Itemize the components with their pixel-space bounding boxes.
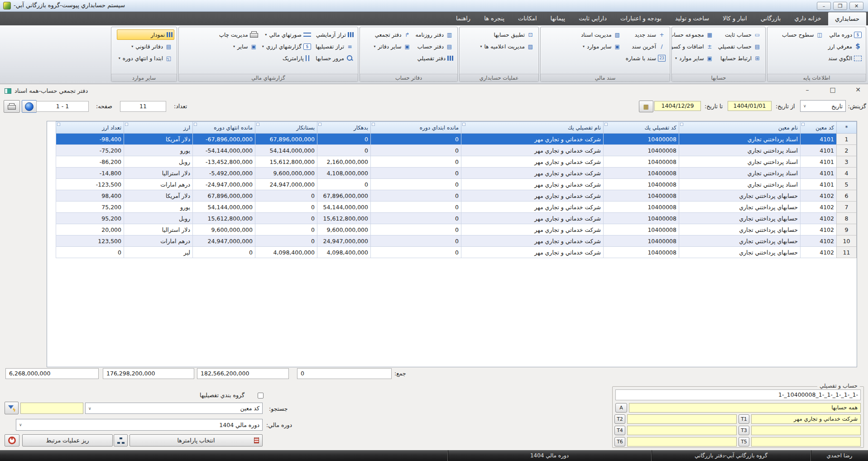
from-date-field[interactable]: 1404/01/01 (728, 101, 772, 111)
table-row[interactable]: 14101اسناد پرداختني تجاري10400008شركت خد… (56, 134, 857, 145)
account-a-field[interactable]: همه حسابها (629, 403, 861, 413)
ribbon-item[interactable]: ◫سطوح حساب (780, 29, 825, 40)
ribbon-item[interactable]: ▭حساب ثابت (716, 29, 763, 40)
table-cell[interactable]: 75,200 (56, 202, 124, 213)
table-cell[interactable]: -14,800 (56, 168, 124, 179)
table-cell[interactable]: 10400008 (604, 179, 679, 190)
table-cell[interactable]: 0 (371, 235, 461, 247)
ribbon-item[interactable]: ±اضافات و كسور (672, 41, 715, 52)
table-cell[interactable]: حسابهاي پرداختني تجاري (679, 247, 801, 258)
table-cell[interactable]: 4101 (801, 145, 837, 156)
ribbon-item[interactable]: صورتهاي مالي▾ (260, 29, 313, 40)
ribbon-item[interactable]: $گزارشهاي ارزي▾ (260, 41, 313, 52)
menu-tab[interactable]: دارايي ثابت (572, 12, 614, 25)
table-cell[interactable]: لير (124, 247, 193, 258)
table-cell[interactable]: شركت خدماتي و تجاري مهر (461, 213, 604, 224)
table-cell[interactable]: 2 (837, 145, 857, 156)
table-cell[interactable]: اسناد پرداختني تجاري (679, 156, 801, 168)
minimize-button[interactable]: – (817, 2, 831, 10)
table-cell[interactable]: يورو (124, 145, 193, 156)
account-t3-field[interactable] (751, 426, 861, 435)
ribbon-item[interactable]: +سند جديد (624, 29, 667, 40)
table-cell[interactable]: 4,108,000,000 (317, 168, 371, 179)
table-cell[interactable]: 0 (193, 247, 255, 258)
account-t3-button[interactable]: T3 (739, 426, 749, 435)
table-cell[interactable]: 0 (371, 190, 461, 202)
column-header[interactable]: مانده ابتداي دوره (371, 122, 461, 134)
account-path-field[interactable]: 1-_10400008_1-_1-_1-_1-_1- (615, 389, 861, 400)
table-cell[interactable]: -86,200 (56, 156, 124, 168)
table-cell[interactable]: 95,200 (56, 213, 124, 224)
column-filter-box[interactable] (194, 123, 197, 126)
table-cell[interactable]: 4101 (801, 134, 837, 145)
table-cell[interactable]: 10400008 (604, 156, 679, 168)
menu-tab[interactable]: انبار و كالا (716, 12, 754, 25)
ribbon-item[interactable]: ▤حساب تفصيلي (716, 41, 763, 52)
table-cell[interactable]: 54,144,000,000 (193, 202, 255, 213)
fiscal-period-combo[interactable]: دوره مالي 1404 ∨ (16, 419, 263, 431)
menu-tab[interactable]: ساخت و توليد (668, 12, 716, 25)
search-input[interactable] (20, 403, 83, 414)
ribbon-item[interactable]: نمودار (117, 29, 174, 40)
table-cell[interactable]: 11 (837, 247, 857, 258)
to-date-field[interactable]: 1404/12/29 (654, 101, 701, 111)
table-cell[interactable]: 4102 (801, 213, 837, 224)
table-row[interactable]: 94102حسابهاي پرداختني تجاري10400008شركت … (56, 224, 857, 235)
menu-tab[interactable]: بودجه و اعتبارات (614, 12, 668, 25)
column-filter-box[interactable] (125, 123, 128, 126)
table-cell[interactable]: شركت خدماتي و تجاري مهر (461, 190, 604, 202)
table-cell[interactable]: يورو (124, 202, 193, 213)
table-row[interactable]: 74102حسابهاي پرداختني تجاري10400008شركت … (56, 202, 857, 213)
table-cell[interactable]: 9 (837, 224, 857, 235)
table-cell[interactable]: دلار آمريكا (124, 134, 193, 145)
table-cell[interactable]: 0 (255, 202, 317, 213)
table-cell[interactable]: 0 (371, 156, 461, 168)
doc-maximize-button[interactable]: □ (828, 86, 837, 93)
column-header[interactable]: ارز (124, 122, 193, 134)
table-cell[interactable]: حسابهاي پرداختني تجاري (679, 190, 801, 202)
ribbon-item[interactable]: ▥دفتر روزنامه (414, 29, 455, 40)
table-cell[interactable]: روبل (124, 156, 193, 168)
table-cell[interactable]: 67,896,000,000 (255, 134, 317, 145)
table-cell[interactable]: -75,200 (56, 145, 124, 156)
ribbon-item[interactable]: ▤دفتر حساب (414, 41, 455, 52)
table-cell[interactable]: 2,160,000,000 (317, 156, 371, 168)
related-operations-button[interactable]: ريز عمليات مرتبط (22, 434, 113, 447)
table-cell[interactable]: دلار استراليا (124, 224, 193, 235)
table-row[interactable]: 24101اسناد پرداختني تجاري10400008شركت خد… (56, 145, 857, 156)
table-cell[interactable]: اسناد پرداختني تجاري (679, 134, 801, 145)
table-row[interactable]: 54101اسناد پرداختني تجاري10400008شركت خد… (56, 179, 857, 190)
column-filter-box[interactable] (256, 123, 259, 126)
detail-grouping-checkbox[interactable] (258, 393, 264, 399)
column-header[interactable]: نام تفصيلي يك (461, 122, 604, 134)
column-header[interactable]: كد معين (801, 122, 837, 134)
ribbon-item[interactable]: پارامتريک (260, 53, 313, 63)
table-cell[interactable]: شركت خدماتي و تجاري مهر (461, 235, 604, 247)
table-cell[interactable]: 24,947,000,000 (317, 235, 371, 247)
ribbon-item[interactable]: الگوي سند (826, 53, 863, 63)
search-filter-button[interactable] (5, 402, 19, 414)
print-button[interactable] (4, 100, 20, 113)
table-cell[interactable]: 6 (837, 190, 857, 202)
table-cell[interactable]: شركت خدماتي و تجاري مهر (461, 168, 604, 179)
ribbon-item[interactable]: ≡تراز تفصيليها (314, 41, 355, 52)
table-row[interactable]: 114102حسابهاي پرداختني تجاري10400008شركت… (56, 247, 857, 258)
table-cell[interactable]: اسناد پرداختني تجاري (679, 168, 801, 179)
table-cell[interactable]: -54,144,000,000 (193, 145, 255, 156)
menu-tab[interactable]: راهنما (449, 12, 477, 25)
stop-button[interactable] (5, 434, 19, 447)
table-cell[interactable]: 7 (837, 202, 857, 213)
table-cell[interactable]: 0 (371, 145, 461, 156)
ribbon-item[interactable]: $دوره مالي (826, 29, 863, 40)
column-filter-box[interactable] (801, 123, 805, 126)
table-cell[interactable]: 10400008 (604, 247, 679, 258)
table-cell[interactable]: -123,500 (56, 179, 124, 190)
table-cell[interactable]: 0 (371, 168, 461, 179)
table-cell[interactable]: 0 (371, 247, 461, 258)
column-filter-box[interactable] (604, 123, 608, 126)
table-row[interactable]: 44101اسناد پرداختني تجاري10400008شركت خد… (56, 168, 857, 179)
table-cell[interactable]: 0 (255, 224, 317, 235)
table-cell[interactable]: 1 (837, 134, 857, 145)
close-button[interactable]: ✕ (849, 2, 863, 10)
ribbon-item[interactable]: ↱دفتر تجمعي (372, 29, 412, 40)
